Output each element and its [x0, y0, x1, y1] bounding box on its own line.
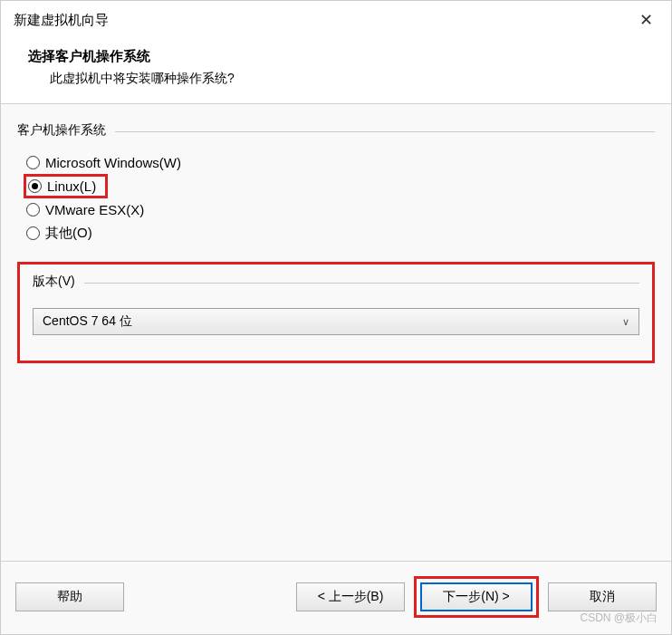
wizard-window: 新建虚拟机向导 ✕ 选择客户机操作系统 此虚拟机中将安装哪种操作系统? 客户机操… — [0, 0, 672, 635]
os-group-label: 客户机操作系统 — [17, 122, 110, 144]
radio-windows[interactable]: Microsoft Windows(W) — [26, 151, 655, 174]
radio-icon — [26, 203, 40, 216]
version-fieldset: 版本(V) CentOS 7 64 位 ∨ — [33, 274, 639, 335]
divider — [33, 283, 639, 284]
radio-other[interactable]: 其他(O) — [26, 221, 655, 245]
radio-icon — [28, 179, 42, 193]
radio-label: 其他(O) — [45, 225, 92, 242]
help-button[interactable]: 帮助 — [15, 582, 124, 611]
version-label: 版本(V) — [33, 274, 79, 295]
footer: 帮助 < 上一步(B) 下一步(N) > 取消 — [1, 561, 671, 634]
radio-icon — [26, 156, 40, 169]
header-section: 选择客户机操作系统 此虚拟机中将安装哪种操作系统? — [1, 37, 671, 104]
radio-label: Linux(L) — [47, 178, 96, 194]
radio-label: VMware ESX(X) — [45, 202, 144, 217]
titlebar: 新建虚拟机向导 ✕ — [1, 1, 671, 37]
header-subtitle: 此虚拟机中将安装哪种操作系统? — [28, 71, 644, 87]
back-button[interactable]: < 上一步(B) — [296, 582, 405, 611]
close-icon[interactable]: ✕ — [634, 8, 658, 32]
os-radio-group: Microsoft Windows(W) Linux(L) VMware ESX… — [17, 144, 655, 245]
content-area: 客户机操作系统 Microsoft Windows(W) Linux(L) VM… — [1, 104, 671, 561]
footer-right-group: < 上一步(B) 下一步(N) > 取消 — [296, 576, 657, 618]
dropdown-selected: CentOS 7 64 位 — [43, 313, 132, 330]
header-title: 选择客户机操作系统 — [28, 48, 644, 65]
radio-label: Microsoft Windows(W) — [45, 155, 181, 170]
radio-linux[interactable]: Linux(L) — [28, 178, 96, 194]
radio-vmware-esx[interactable]: VMware ESX(X) — [26, 198, 655, 221]
chevron-down-icon: ∨ — [622, 316, 629, 328]
highlight-version: 版本(V) CentOS 7 64 位 ∨ — [17, 262, 655, 363]
cancel-button[interactable]: 取消 — [548, 582, 657, 611]
highlight-linux: Linux(L) — [24, 174, 108, 198]
radio-icon — [26, 226, 40, 240]
version-dropdown[interactable]: CentOS 7 64 位 ∨ — [33, 308, 639, 335]
window-title: 新建虚拟机向导 — [14, 12, 109, 29]
os-fieldset: 客户机操作系统 Microsoft Windows(W) Linux(L) VM… — [17, 122, 655, 245]
highlight-next: 下一步(N) > — [414, 576, 539, 618]
next-button[interactable]: 下一步(N) > — [420, 582, 533, 611]
